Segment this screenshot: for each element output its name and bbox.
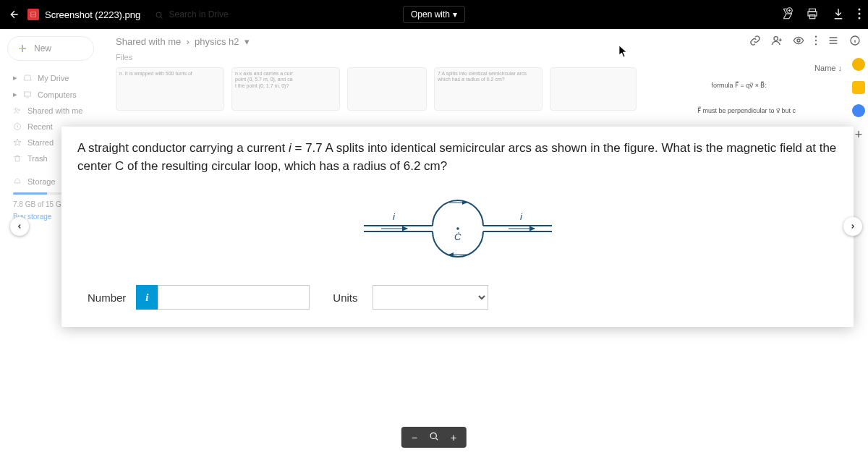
svg-point-24: [456, 227, 459, 230]
circuit-figure: i Ċ i: [77, 185, 838, 272]
file-thumbnail[interactable]: n. It is wrapped with 500 turns of: [116, 67, 224, 111]
file-thumbnail[interactable]: 7 A splits into identical semicircular a…: [434, 67, 542, 111]
breadcrumb[interactable]: Shared with me › physics h2 ▾: [116, 36, 854, 47]
svg-point-30: [430, 433, 436, 438]
number-label: Number: [77, 286, 136, 310]
link-icon[interactable]: [749, 35, 761, 48]
print-icon[interactable]: [806, 7, 819, 22]
svg-text:i: i: [393, 211, 396, 222]
svg-text:i: i: [520, 211, 523, 222]
svg-point-14: [815, 36, 817, 38]
svg-point-7: [859, 17, 861, 19]
svg-rect-4: [809, 14, 815, 18]
svg-text:Ċ: Ċ: [454, 231, 461, 242]
chevron-down-icon: ▾: [453, 9, 457, 20]
sidebar-my-drive[interactable]: ▸My Drive: [7, 69, 94, 86]
add-to-drive-icon[interactable]: [780, 7, 793, 22]
svg-point-6: [859, 12, 861, 14]
mouse-cursor: [618, 45, 629, 60]
file-type-icon: [27, 9, 39, 20]
file-name: Screenshot (2223).png: [45, 9, 140, 20]
kebab-icon[interactable]: [814, 35, 817, 48]
svg-rect-8: [25, 92, 31, 96]
units-select[interactable]: [373, 285, 488, 310]
name-column-header[interactable]: Name ↓: [814, 64, 842, 72]
units-label: Units: [310, 286, 372, 310]
files-label: Files: [116, 53, 854, 61]
back-arrow[interactable]: [7, 9, 22, 20]
svg-point-15: [815, 40, 817, 41]
file-thumbnail[interactable]: [347, 67, 427, 111]
svg-point-0: [156, 12, 161, 17]
prev-image-button[interactable]: [10, 217, 29, 236]
calendar-addon-icon[interactable]: [852, 58, 865, 71]
more-actions-icon[interactable]: [858, 8, 861, 22]
add-person-icon[interactable]: [771, 35, 783, 48]
formula-snippet: formula F⃗ = qv⃗ × B⃗:: [711, 82, 767, 89]
svg-point-10: [19, 109, 20, 111]
svg-point-12: [774, 37, 778, 41]
image-preview-content: A straight conductor carrying a current …: [61, 127, 854, 327]
number-input[interactable]: [158, 285, 310, 310]
zoom-in-button[interactable]: +: [451, 432, 456, 443]
next-image-button[interactable]: [843, 217, 862, 236]
svg-point-9: [15, 109, 17, 111]
svg-point-16: [815, 43, 817, 45]
preview-icon[interactable]: [793, 35, 804, 48]
sidebar-computers[interactable]: ▸Computers: [7, 86, 94, 103]
new-button[interactable]: New: [7, 36, 94, 61]
perp-snippet: F⃗ must be perpendicular to v⃗ but c: [697, 107, 796, 114]
list-view-icon[interactable]: [827, 35, 839, 48]
add-addon-icon[interactable]: +: [855, 127, 863, 143]
zoom-out-button[interactable]: −: [412, 432, 417, 443]
open-with-dropdown[interactable]: Open with ▾: [403, 6, 465, 23]
download-icon[interactable]: [832, 7, 845, 22]
tasks-addon-icon[interactable]: [852, 104, 865, 117]
zoom-controls: − +: [401, 427, 467, 448]
number-info-button[interactable]: i: [136, 285, 158, 310]
svg-point-13: [797, 39, 800, 42]
search-in-drive[interactable]: Search in Drive: [155, 9, 228, 20]
info-pane-icon[interactable]: [849, 35, 861, 48]
file-thumbnail[interactable]: n x axis and carries a currpoint (0, 5.7…: [231, 67, 340, 111]
sidebar-shared[interactable]: Shared with me: [7, 103, 94, 119]
zoom-reset-icon[interactable]: [429, 431, 439, 443]
keep-addon-icon[interactable]: [852, 81, 865, 94]
svg-point-5: [859, 8, 861, 10]
question-text: A straight conductor carrying a current …: [77, 140, 838, 175]
file-thumbnail[interactable]: [550, 67, 637, 111]
